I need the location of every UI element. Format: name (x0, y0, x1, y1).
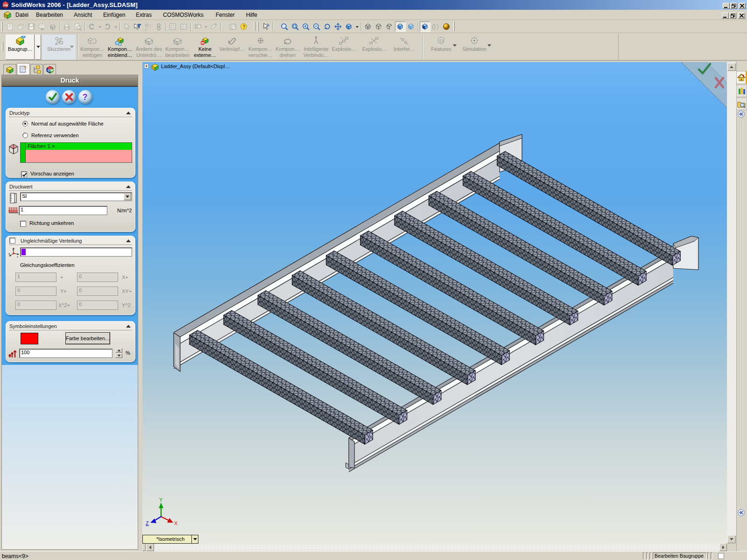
svg-text:Y: Y (12, 249, 14, 252)
svg-text:Z: Z (8, 252, 10, 255)
svg-text:Σ: Σ (194, 24, 197, 29)
svg-text:?: ? (243, 24, 246, 29)
svg-text:SW: SW (3, 4, 8, 7)
svg-text:x: x (17, 255, 18, 258)
svg-text:Ladder_Assy (Default<Displ…: Ladder_Assy (Default<Displ… (161, 63, 230, 69)
svg-text:CW: CW (48, 69, 53, 72)
svg-text:?: ? (83, 92, 88, 102)
svg-text:X: X (174, 520, 178, 526)
svg-text:Y: Y (159, 497, 163, 503)
svg-text:Z: Z (146, 520, 149, 526)
